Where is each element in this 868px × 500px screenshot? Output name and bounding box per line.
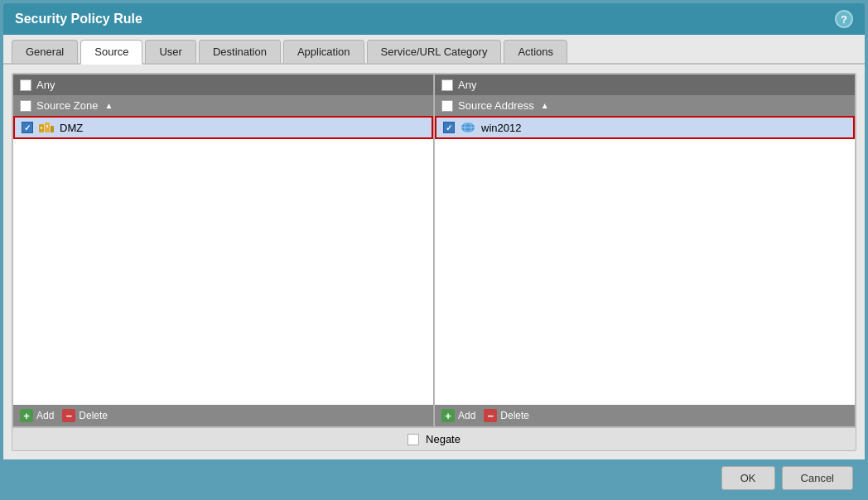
add-icon: + bbox=[20, 409, 33, 422]
left-any-header: Any bbox=[13, 75, 433, 95]
right-delete-icon: − bbox=[484, 409, 497, 422]
right-pane: Any Source Address ▲ bbox=[434, 74, 856, 427]
cancel-button[interactable]: Cancel bbox=[782, 466, 853, 490]
right-add-button[interactable]: + Add bbox=[441, 409, 475, 422]
right-win2012-row[interactable]: win2012 bbox=[436, 118, 853, 137]
tab-actions[interactable]: Actions bbox=[504, 40, 567, 63]
tab-general[interactable]: General bbox=[12, 40, 78, 63]
split-container: Any Source Zone ▲ bbox=[12, 74, 856, 427]
left-footer: + Add − Delete bbox=[13, 405, 433, 426]
negate-bar: Negate bbox=[12, 427, 856, 450]
content-panel: Any Source Zone ▲ bbox=[12, 73, 856, 451]
left-pane: Any Source Zone ▲ bbox=[12, 74, 434, 427]
address-icon bbox=[460, 121, 476, 134]
left-any-checkbox[interactable] bbox=[20, 79, 31, 91]
negate-checkbox[interactable] bbox=[407, 434, 419, 445]
delete-icon: − bbox=[62, 409, 75, 422]
left-zone-header: Source Zone ▲ bbox=[13, 95, 433, 116]
left-delete-button[interactable]: − Delete bbox=[62, 409, 108, 422]
dialog-body: Any Source Zone ▲ bbox=[3, 65, 865, 459]
left-dmz-row[interactable]: DMZ bbox=[15, 118, 432, 137]
right-any-header: Any bbox=[435, 75, 855, 95]
left-dmz-checkbox[interactable] bbox=[22, 122, 33, 133]
negate-label: Negate bbox=[426, 433, 461, 445]
right-delete-button[interactable]: − Delete bbox=[484, 409, 529, 422]
left-dmz-label: DMZ bbox=[60, 122, 83, 134]
right-add-label: Add bbox=[458, 410, 475, 421]
tab-destination[interactable]: Destination bbox=[199, 40, 281, 63]
right-win2012-label: win2012 bbox=[481, 122, 521, 134]
right-list-area bbox=[435, 139, 855, 405]
right-sort-arrow: ▲ bbox=[541, 101, 549, 110]
tab-source[interactable]: Source bbox=[80, 40, 142, 65]
security-policy-rule-dialog: Security Policy Rule ? General Source Us… bbox=[3, 3, 865, 497]
left-delete-label: Delete bbox=[79, 410, 108, 421]
right-win2012-checkbox[interactable] bbox=[443, 122, 455, 133]
left-add-label: Add bbox=[36, 410, 54, 421]
help-icon[interactable]: ? bbox=[835, 10, 853, 28]
tabs-bar: General Source User Destination Applicat… bbox=[3, 35, 865, 65]
left-any-label: Any bbox=[36, 79, 55, 91]
left-add-button[interactable]: + Add bbox=[20, 409, 54, 422]
tab-service-url-category[interactable]: Service/URL Category bbox=[367, 40, 502, 63]
right-red-box: win2012 bbox=[435, 116, 855, 139]
left-zone-checkbox[interactable] bbox=[20, 100, 31, 112]
right-address-checkbox[interactable] bbox=[441, 100, 453, 112]
left-list-area bbox=[13, 139, 433, 405]
tab-application[interactable]: Application bbox=[283, 40, 364, 63]
svg-rect-4 bbox=[46, 125, 48, 127]
negate-row: Negate bbox=[407, 433, 461, 445]
right-delete-label: Delete bbox=[500, 410, 529, 421]
right-any-checkbox[interactable] bbox=[441, 79, 453, 91]
left-sort-arrow: ▲ bbox=[104, 101, 113, 110]
svg-rect-3 bbox=[41, 127, 42, 129]
tab-user[interactable]: User bbox=[145, 40, 195, 63]
svg-rect-2 bbox=[51, 126, 54, 132]
right-address-header: Source Address ▲ bbox=[435, 95, 855, 116]
dialog-title: Security Policy Rule bbox=[15, 12, 142, 26]
right-footer: + Add − Delete bbox=[435, 405, 855, 426]
dialog-footer: OK Cancel bbox=[3, 459, 865, 497]
right-any-label: Any bbox=[458, 79, 476, 91]
zone-icon bbox=[38, 121, 55, 134]
right-address-label: Source Address bbox=[458, 99, 534, 112]
left-red-box: DMZ bbox=[13, 116, 433, 139]
ok-button[interactable]: OK bbox=[721, 466, 775, 490]
right-add-icon: + bbox=[441, 409, 455, 422]
left-zone-label: Source Zone bbox=[36, 99, 98, 112]
dialog-title-bar: Security Policy Rule ? bbox=[3, 3, 865, 35]
